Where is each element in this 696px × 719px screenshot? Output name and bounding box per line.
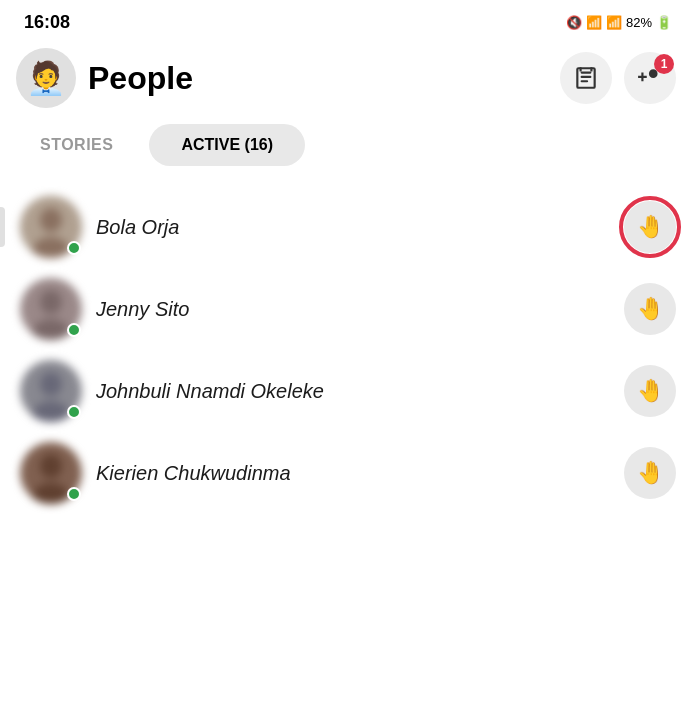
add-person-button[interactable]: 1	[624, 52, 676, 104]
contact-avatar-wrap	[20, 278, 82, 340]
list-item: Jenny Sito 🤚	[0, 268, 696, 350]
mute-icon: 🔇	[566, 15, 582, 30]
contact-name: Jenny Sito	[96, 298, 610, 321]
wifi-icon: 📶	[586, 15, 602, 30]
wave-icon: 🤚	[637, 214, 664, 240]
list-item: Johnbuli Nnamdi Okeleke 🤚	[0, 350, 696, 432]
svg-point-10	[40, 372, 62, 396]
signal-icon: 📶	[606, 15, 622, 30]
wave-button[interactable]: 🤚	[624, 447, 676, 499]
contacts-button[interactable]	[560, 52, 612, 104]
wave-icon: 🤚	[637, 460, 664, 486]
contact-list: Bola Orja 🤚 Jenny Sito 🤚	[0, 178, 696, 522]
online-indicator	[67, 323, 81, 337]
status-icons: 🔇 📶 📶 82% 🔋	[566, 15, 672, 30]
online-indicator	[67, 487, 81, 501]
notification-badge: 1	[654, 54, 674, 74]
online-indicator	[67, 241, 81, 255]
contact-avatar-wrap	[20, 360, 82, 422]
contact-name: Kierien Chukwudinma	[96, 462, 610, 485]
svg-point-7	[40, 290, 62, 314]
wave-button[interactable]: 🤚	[624, 283, 676, 335]
wave-button[interactable]: 🤚	[624, 201, 676, 253]
tab-stories[interactable]: STORIES	[20, 126, 133, 164]
contact-avatar-wrap	[20, 442, 82, 504]
contact-avatar-wrap	[20, 196, 82, 258]
contact-name: Bola Orja	[96, 216, 610, 239]
svg-rect-1	[590, 67, 592, 71]
svg-point-13	[40, 454, 62, 478]
header: 🧑‍💼 People 1	[0, 40, 696, 120]
sidebar-indicator	[0, 207, 5, 247]
wave-icon: 🤚	[637, 378, 664, 404]
list-item: Kierien Chukwudinma 🤚	[0, 432, 696, 514]
contacts-icon	[573, 65, 599, 91]
online-indicator	[67, 405, 81, 419]
tab-active[interactable]: ACTIVE (16)	[149, 124, 305, 166]
user-avatar-icon: 🧑‍💼	[26, 59, 66, 97]
tab-bar: STORIES ACTIVE (16)	[0, 120, 696, 178]
svg-rect-2	[580, 67, 582, 71]
battery-text: 82%	[626, 15, 652, 30]
wave-button[interactable]: 🤚	[624, 365, 676, 417]
contact-name: Johnbuli Nnamdi Okeleke	[96, 380, 610, 403]
page-title: People	[88, 60, 548, 97]
status-bar: 16:08 🔇 📶 📶 82% 🔋	[0, 0, 696, 40]
header-actions: 1	[560, 52, 676, 104]
user-avatar[interactable]: 🧑‍💼	[16, 48, 76, 108]
list-item: Bola Orja 🤚	[0, 186, 696, 268]
wave-icon: 🤚	[637, 296, 664, 322]
status-time: 16:08	[24, 12, 70, 33]
svg-point-4	[40, 208, 62, 232]
battery-icon: 🔋	[656, 15, 672, 30]
